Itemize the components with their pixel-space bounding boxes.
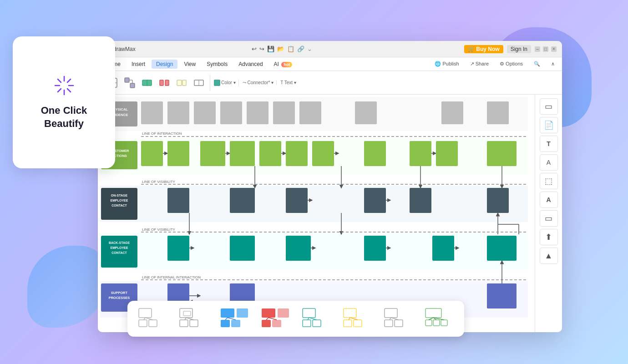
svg-line-132 bbox=[266, 318, 268, 320]
connector-label[interactable]: ⤳ Connector* ▾ bbox=[243, 80, 274, 85]
svg-rect-47 bbox=[167, 141, 189, 166]
options-button[interactable]: ⚙ Options bbox=[496, 60, 527, 68]
menu-ai[interactable]: AI hot bbox=[269, 60, 297, 69]
menu-insert[interactable]: Insert bbox=[127, 60, 150, 69]
menu-design[interactable]: Design bbox=[152, 60, 177, 69]
svg-rect-60 bbox=[487, 141, 517, 166]
svg-rect-149 bbox=[425, 308, 441, 318]
svg-rect-151 bbox=[433, 320, 440, 326]
svg-rect-152 bbox=[441, 320, 447, 326]
shape-item-blue[interactable] bbox=[218, 306, 250, 331]
undo-btn[interactable]: ↩ bbox=[252, 46, 257, 52]
svg-rect-31 bbox=[167, 101, 189, 124]
svg-rect-141 bbox=[354, 320, 362, 327]
format-arrange-icon[interactable]: ⬆ bbox=[540, 229, 558, 245]
svg-rect-72 bbox=[230, 188, 255, 213]
svg-rect-113 bbox=[149, 320, 157, 327]
menu-symbols[interactable]: Symbols bbox=[202, 60, 232, 69]
format-panel: ▭ 📄 T A ⬚ A ▭ ⬆ ▲ bbox=[535, 95, 562, 332]
format-more-icon[interactable]: ▲ bbox=[540, 248, 558, 264]
svg-line-4 bbox=[58, 79, 61, 82]
link-icon[interactable]: 🔗 bbox=[297, 46, 304, 52]
zoom-button[interactable]: 🔍 bbox=[530, 60, 544, 68]
svg-line-7 bbox=[58, 89, 61, 92]
svg-rect-57 bbox=[410, 141, 431, 166]
svg-rect-125 bbox=[231, 320, 240, 327]
connector-tool[interactable] bbox=[122, 75, 138, 91]
shape-item-default[interactable] bbox=[137, 306, 168, 331]
shape-tool3[interactable] bbox=[173, 75, 190, 91]
svg-rect-111 bbox=[139, 308, 152, 318]
canvas[interactable]: PHYSICAL EVIDENCE LINE OF INTERACTION bbox=[98, 95, 535, 332]
svg-text:LINE OF INTERACTION: LINE OF INTERACTION bbox=[142, 131, 182, 136]
svg-rect-118 bbox=[180, 320, 188, 327]
svg-line-126 bbox=[225, 318, 228, 320]
shape-tool1[interactable] bbox=[139, 75, 155, 91]
buy-now-button[interactable]: 🛒 Buy Now bbox=[464, 45, 503, 53]
canvas-area: PHYSICAL EVIDENCE LINE OF INTERACTION bbox=[98, 95, 562, 332]
beautify-icon bbox=[53, 74, 76, 97]
format-text-icon[interactable]: T bbox=[540, 136, 558, 152]
shape-item-yellow[interactable] bbox=[341, 306, 373, 331]
svg-rect-16 bbox=[160, 80, 163, 86]
svg-rect-117 bbox=[183, 311, 191, 316]
shape-item-gray[interactable] bbox=[382, 306, 414, 331]
share-button[interactable]: ↗ Share bbox=[466, 60, 492, 68]
svg-text:ON-STAGE: ON-STAGE bbox=[111, 194, 128, 197]
shape-item-green[interactable] bbox=[423, 306, 455, 331]
signin-button[interactable]: Sign In bbox=[507, 45, 531, 53]
blob-decoration-left bbox=[27, 246, 109, 328]
menu-advanced[interactable]: Advanced bbox=[234, 60, 267, 69]
format-page-icon[interactable]: 📄 bbox=[540, 117, 558, 133]
minimize-button[interactable]: – bbox=[535, 46, 540, 52]
format-rect-icon[interactable]: ▭ bbox=[540, 98, 558, 115]
svg-text:EMPLOYEE: EMPLOYEE bbox=[111, 199, 128, 202]
color-label[interactable]: Color ▾ bbox=[214, 80, 236, 86]
publish-button[interactable]: 🌐 Publish bbox=[431, 60, 462, 68]
svg-rect-45 bbox=[141, 141, 163, 166]
shape-tool4[interactable] bbox=[191, 75, 207, 91]
svg-line-5 bbox=[67, 89, 71, 92]
svg-rect-59 bbox=[436, 141, 458, 166]
svg-rect-10 bbox=[125, 78, 129, 82]
svg-rect-146 bbox=[395, 320, 403, 327]
svg-rect-33 bbox=[220, 101, 242, 124]
svg-text:BACK-STAGE: BACK-STAGE bbox=[109, 241, 130, 244]
format-style-icon[interactable]: A bbox=[540, 192, 558, 208]
svg-rect-93 bbox=[364, 236, 386, 261]
svg-rect-77 bbox=[410, 188, 431, 213]
format-font-icon[interactable]: A bbox=[540, 154, 558, 171]
toolbar-shapes bbox=[101, 75, 210, 91]
svg-rect-32 bbox=[194, 101, 216, 124]
more-icon[interactable]: ⌄ bbox=[307, 46, 312, 52]
text-label[interactable]: T Text ▾ bbox=[280, 80, 296, 85]
svg-rect-91 bbox=[286, 236, 311, 261]
collapse-button[interactable]: ∧ bbox=[547, 60, 558, 68]
shape-item-teal[interactable] bbox=[300, 306, 332, 331]
svg-rect-131 bbox=[272, 320, 281, 327]
redo-btn[interactable]: ↪ bbox=[259, 46, 264, 52]
open-icon[interactable]: 📂 bbox=[277, 46, 284, 52]
menu-view[interactable]: View bbox=[179, 60, 200, 69]
svg-line-6 bbox=[67, 79, 71, 82]
maximize-button[interactable]: □ bbox=[543, 46, 548, 52]
svg-line-133 bbox=[268, 318, 277, 320]
svg-rect-136 bbox=[313, 320, 321, 327]
svg-rect-19 bbox=[182, 80, 186, 86]
format-shape-icon[interactable]: ▭ bbox=[540, 210, 558, 227]
shape-tool2[interactable] bbox=[156, 75, 172, 91]
shape-item-red[interactable] bbox=[259, 306, 291, 331]
format-frame-icon[interactable]: ⬚ bbox=[540, 173, 558, 189]
svg-rect-15 bbox=[147, 80, 152, 86]
copy-icon[interactable]: 📋 bbox=[287, 46, 294, 52]
close-button[interactable]: × bbox=[551, 46, 557, 52]
toolbar-connector: ⤳ Connector* ▾ bbox=[240, 80, 277, 85]
svg-rect-78 bbox=[487, 188, 509, 213]
svg-rect-71 bbox=[167, 188, 189, 213]
shape-item-outline[interactable] bbox=[177, 306, 209, 331]
feature-title: One Click Beautify bbox=[22, 104, 106, 130]
svg-rect-39 bbox=[487, 101, 509, 124]
svg-rect-17 bbox=[165, 80, 169, 86]
save-icon[interactable]: 💾 bbox=[267, 46, 274, 52]
toolbar-format: Color ▾ bbox=[211, 80, 239, 86]
